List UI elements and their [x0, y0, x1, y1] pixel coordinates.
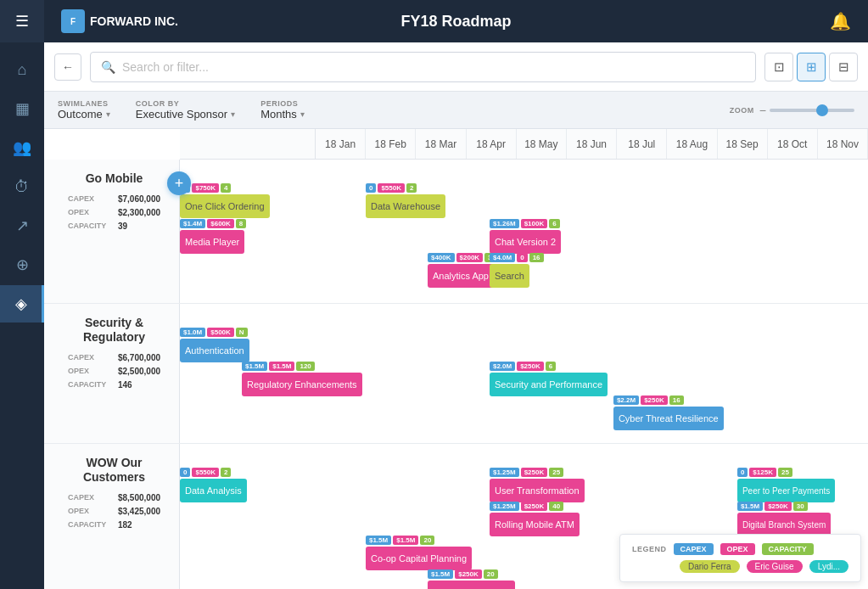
swimlane-security-bars: $1.0M $500K N Authentication $1.5M $1.5M…	[180, 304, 868, 443]
sidebar-item-clock[interactable]: ⏱	[0, 168, 44, 205]
view-button-grid[interactable]: ⊞	[797, 53, 826, 81]
periods-select[interactable]: Months ▾	[260, 108, 305, 121]
tag: $600K	[207, 219, 234, 228]
month-feb: 18 Feb	[366, 129, 416, 159]
month-apr: 18 Apr	[467, 129, 517, 159]
swimlanes-container: Go Mobile CAPEX$7,060,000 OPEX$2,300,000…	[44, 160, 868, 589]
periods-value: Months	[260, 108, 297, 121]
bar-security-performance[interactable]: Security and Performance	[490, 373, 608, 396]
sidebar-item-people[interactable]: 👥	[0, 129, 44, 166]
tag: 40	[549, 502, 563, 511]
month-mar: 18 Mar	[416, 129, 466, 159]
periods-filter[interactable]: PERIODS Months ▾	[260, 99, 305, 121]
tag: $1.5M	[737, 502, 763, 511]
sidebar-item-roadmap[interactable]: ◈	[0, 285, 44, 323]
tag: $750K	[192, 183, 219, 193]
month-jan: 18 Jan	[316, 129, 366, 159]
view-button-list[interactable]: ⊟	[829, 53, 858, 81]
month-oct: 18 Oct	[768, 129, 818, 159]
swimlanes-select[interactable]: Outcome ▾	[58, 108, 110, 121]
tag: 25	[549, 468, 563, 477]
filterbar: SWIMLANES Outcome ▾ COLOR BY Executive S…	[44, 92, 868, 129]
legend-capacity: CAPACITY	[762, 543, 814, 555]
tag: $4.0M	[490, 253, 515, 262]
legend-person-dario: Dario Ferra	[680, 560, 740, 573]
legend-people-row: Dario Ferra Eric Guise Lydi...	[632, 560, 848, 573]
tag: $400K	[428, 253, 455, 262]
roadmap-icon: ◈	[15, 294, 27, 313]
colorby-filter[interactable]: COLOR BY Executive Sponsor ▾	[136, 99, 235, 121]
tag: $250K	[455, 569, 482, 579]
tag: 30	[793, 502, 808, 511]
swimlane-wow-metrics: CAPEX$8,500,000 OPEX$3,425,000 CAPACITY1…	[68, 491, 160, 532]
bar-media-player[interactable]: Media Player	[180, 230, 244, 254]
tag: 8	[236, 219, 246, 228]
sidebar-item-home[interactable]: ⌂	[0, 51, 44, 88]
board-view-icon: ⊡	[774, 59, 785, 75]
bar-authentication[interactable]: Authentication	[180, 339, 249, 362]
tag: 0	[180, 468, 190, 477]
bar-data-analysis[interactable]: Data Analysis	[180, 479, 247, 502]
month-may: 18 May	[517, 129, 567, 159]
view-buttons: ⊡ ⊞ ⊟	[764, 53, 858, 81]
zoom-slider[interactable]	[770, 109, 854, 112]
tag: 0	[517, 253, 527, 262]
bell-icon: 🔔	[830, 12, 851, 31]
add-item-button[interactable]: +	[167, 171, 191, 195]
tag: $1.25M	[490, 468, 519, 477]
swimlanes-filter[interactable]: SWIMLANES Outcome ▾	[58, 99, 110, 121]
bar-digital-branch[interactable]: Digital Branch System	[737, 513, 831, 536]
back-arrow-icon: ←	[62, 60, 74, 74]
bar-search[interactable]: Search	[490, 264, 529, 288]
periods-chevron-icon: ▾	[300, 109, 305, 119]
page-title: FY18 Roadmap	[400, 13, 511, 31]
tag: $250K	[521, 502, 548, 511]
sidebar-item-globe[interactable]: ⊕	[0, 246, 44, 283]
view-button-board[interactable]: ⊡	[764, 53, 793, 81]
bar-micro-lending[interactable]: Micro Lending Site	[428, 581, 515, 589]
swimlane-go-mobile-bars: 0 $750K 4 One Click Ordering 0 $550K 2 D…	[180, 160, 868, 303]
colorby-value: Executive Sponsor	[136, 108, 227, 121]
search-icon: 🔍	[101, 60, 115, 74]
logo-text: FORWARD INC.	[90, 14, 178, 28]
chart-icon: ▦	[15, 99, 30, 118]
toolbar: ← 🔍 Search or filter... ⊡ ⊞ ⊟	[44, 42, 868, 92]
sidebar-item-chart[interactable]: ▦	[0, 90, 44, 127]
tag: 20	[420, 536, 434, 545]
zoom-thumb[interactable]	[816, 104, 828, 116]
tag: 0	[366, 183, 376, 193]
month-jun: 18 Jun	[567, 129, 617, 159]
timeline-header: 18 Jan 18 Feb 18 Mar 18 Apr 18 May 18 Ju…	[180, 129, 868, 160]
tag: 16	[529, 253, 544, 262]
zoom-minus-button[interactable]: −	[759, 104, 766, 117]
people-icon: 👥	[13, 138, 31, 157]
tag: $1.5M	[366, 536, 391, 545]
zoom-control: ZOOM −	[730, 104, 854, 117]
notification-button[interactable]: 🔔	[830, 11, 851, 31]
tag: 6	[549, 219, 559, 228]
tag: $250K	[641, 395, 668, 405]
hamburger-icon[interactable]: ☰	[15, 12, 29, 31]
swimlane-security: Security &Regulatory CAPEX$6,700,000 OPE…	[44, 304, 868, 444]
grid-view-icon: ⊞	[806, 59, 817, 75]
back-button[interactable]: ←	[54, 53, 81, 81]
sidebar-item-trend[interactable]: ↗	[0, 207, 44, 244]
tag: $100K	[521, 219, 548, 228]
tag: $550K	[192, 468, 219, 477]
search-placeholder: Search or filter...	[122, 60, 209, 74]
swimlane-security-metrics: CAPEX$6,700,000 OPEX$2,500,000 CAPACITY1…	[68, 351, 160, 392]
tag: $500K	[207, 328, 234, 337]
search-bar[interactable]: 🔍 Search or filter...	[90, 52, 756, 82]
bar-analytics-app[interactable]: Analytics App	[428, 264, 494, 288]
sidebar: ☰ ⌂ ▦ 👥 ⏱ ↗ ⊕ ◈	[0, 0, 44, 589]
bar-regulatory-enhancements[interactable]: Regulatory Enhancements	[242, 373, 362, 396]
colorby-select[interactable]: Executive Sponsor ▾	[136, 108, 235, 121]
swimlane-wow-label: WOW OurCustomers CAPEX$8,500,000 OPEX$3,…	[44, 444, 180, 589]
tag: 0	[737, 468, 748, 477]
bar-cyber-threat[interactable]: Cyber Threat Resilience	[613, 407, 724, 430]
tag: $125K	[749, 468, 776, 477]
swimlane-go-mobile-name: Go Mobile	[86, 171, 143, 186]
zoom-controls: −	[759, 104, 854, 117]
list-view-icon: ⊟	[838, 59, 849, 75]
swimlanes-label: SWIMLANES	[58, 99, 110, 108]
